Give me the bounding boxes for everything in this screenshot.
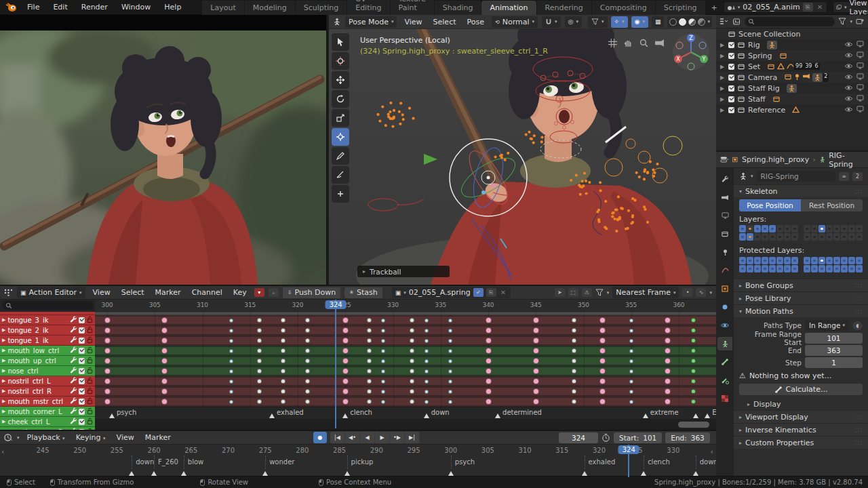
modifier-wrench-icon[interactable]	[70, 316, 77, 324]
properties-tab-11[interactable]	[717, 373, 732, 387]
keyframe[interactable]	[425, 369, 429, 373]
skeleton-panel-header[interactable]: ▾Skeleton:::	[734, 184, 868, 197]
keyframe[interactable]	[572, 369, 576, 373]
collection-checkbox[interactable]	[728, 96, 734, 102]
play-reverse-button[interactable]: ◀	[360, 432, 375, 443]
keying-menu[interactable]: Keying ▾	[73, 432, 109, 443]
properties-tab-8[interactable]	[717, 319, 732, 332]
expand-region-icon[interactable]: ‹	[1, 447, 4, 456]
camera-view-icon[interactable]	[654, 38, 665, 48]
layer-toggle[interactable]	[747, 225, 753, 232]
layer-toggle[interactable]	[762, 257, 768, 264]
properties-tab-7[interactable]	[717, 300, 732, 314]
expand-arrow-icon[interactable]: ▶	[2, 388, 5, 394]
hide-eye-icon[interactable]	[844, 41, 853, 49]
properties-tab-6[interactable]	[717, 282, 732, 296]
playhead-line[interactable]	[335, 300, 336, 428]
channel-enable-checkbox[interactable]	[79, 317, 85, 323]
step-field[interactable]: 1	[805, 357, 863, 368]
keyframe[interactable]	[629, 359, 633, 363]
outliner-row-staff[interactable]: ▶Staff	[716, 94, 868, 104]
keyframe[interactable]	[691, 328, 696, 333]
layer-toggle[interactable]	[776, 225, 783, 232]
modifier-wrench-icon[interactable]	[70, 367, 77, 375]
add-tool-button[interactable]	[332, 185, 349, 203]
editor-type-dropdown[interactable]	[4, 289, 13, 296]
lock-icon[interactable]	[87, 316, 93, 325]
timeline-marker[interactable]	[181, 471, 186, 476]
keyframe[interactable]	[486, 348, 492, 354]
keyframe[interactable]	[104, 348, 111, 354]
motion-paths-panel-header[interactable]: ▾Motion Paths:::	[734, 304, 868, 317]
new-scene-button[interactable]: ⎘	[803, 3, 813, 12]
breadcrumb-data[interactable]: RIG-Spring	[829, 151, 864, 169]
layer-toggle[interactable]	[754, 265, 761, 272]
keyframe[interactable]	[629, 380, 633, 384]
disable-viewport-icon[interactable]	[856, 52, 864, 60]
layer-toggle[interactable]	[811, 225, 818, 232]
outliner-row-scene-collection[interactable]: Scene Collection	[716, 28, 868, 39]
channel-enable-checkbox[interactable]	[79, 399, 85, 405]
ds-select-menu[interactable]: Select	[118, 287, 148, 298]
workspace-tab-layout[interactable]: Layout	[202, 1, 244, 15]
keyframe[interactable]	[572, 389, 576, 394]
keyframe[interactable]	[533, 368, 539, 374]
expand-arrow-icon[interactable]: ▶	[720, 96, 726, 102]
pose-library-panel-header[interactable]: ▸Pose Library:::	[734, 291, 868, 304]
keyframe[interactable]	[629, 369, 633, 373]
keyframe[interactable]	[342, 327, 349, 333]
keyframe[interactable]	[533, 327, 539, 333]
decorator-button[interactable]: ◖	[852, 321, 863, 330]
keyframe[interactable]	[665, 399, 671, 405]
ds-view-menu[interactable]: View	[90, 287, 114, 298]
keyframe[interactable]	[229, 329, 233, 333]
keyframe[interactable]	[425, 329, 429, 333]
outliner-row-reference[interactable]: ▶Reference	[716, 104, 868, 115]
keyframe[interactable]	[691, 399, 696, 404]
keyframe[interactable]	[448, 349, 452, 353]
keyframe[interactable]	[572, 348, 576, 353]
layer-toggle[interactable]	[856, 265, 863, 272]
keyframe[interactable]	[229, 390, 233, 394]
keyframe[interactable]	[229, 319, 233, 323]
bone-groups-panel-header[interactable]: ▸Bone Groups:::	[734, 279, 868, 291]
keyframe[interactable]	[691, 359, 696, 363]
keyframe[interactable]	[342, 368, 349, 374]
keyframe[interactable]	[305, 318, 310, 323]
use-preview-range-icon[interactable]	[601, 433, 610, 442]
expand-arrow-icon[interactable]: ▶	[720, 107, 726, 113]
material-shading-button[interactable]	[688, 18, 696, 26]
channel-enable-checkbox[interactable]	[79, 368, 85, 374]
channel-row-nose_ctrl[interactable]: ▶nose_ctrl	[0, 366, 95, 376]
view-menu[interactable]: View	[401, 16, 425, 28]
expand-arrow-icon[interactable]: ▶	[720, 42, 726, 48]
keyframe[interactable]	[342, 378, 349, 384]
layer-toggle[interactable]	[776, 265, 783, 272]
keyframe[interactable]	[381, 369, 385, 373]
layer-toggle[interactable]	[848, 257, 855, 264]
modifier-wrench-icon[interactable]	[70, 387, 77, 395]
snap-mode-dropdown[interactable]: Nearest Frame▾	[612, 287, 679, 298]
keyframe[interactable]	[367, 348, 372, 353]
timeline-marker[interactable]	[344, 471, 350, 476]
overlays-toggle[interactable]: ◉▾	[631, 16, 648, 28]
keyframe[interactable]	[665, 368, 671, 374]
tl-view-menu[interactable]: View	[113, 432, 138, 443]
layer-toggle[interactable]	[841, 225, 848, 232]
collection-checkbox[interactable]	[728, 53, 734, 59]
tl-marker-menu[interactable]: Marker	[142, 432, 174, 443]
layer-toggle[interactable]	[826, 233, 833, 241]
keyframe[interactable]	[572, 379, 576, 384]
keyframe[interactable]	[305, 389, 310, 394]
layer-toggle[interactable]	[762, 265, 768, 272]
keyframe[interactable]	[104, 378, 111, 384]
keyframe[interactable]	[425, 349, 429, 353]
keyframe[interactable]	[448, 369, 452, 373]
keyframe[interactable]	[367, 389, 372, 394]
jump-to-start-button[interactable]: |◀	[330, 432, 345, 443]
layer-toggle[interactable]	[754, 225, 761, 232]
keyframe[interactable]	[305, 348, 310, 353]
move-down-button[interactable]: ▾	[254, 288, 264, 297]
layer-toggle[interactable]	[769, 257, 776, 264]
expand-arrow-icon[interactable]: ▶	[2, 378, 5, 384]
